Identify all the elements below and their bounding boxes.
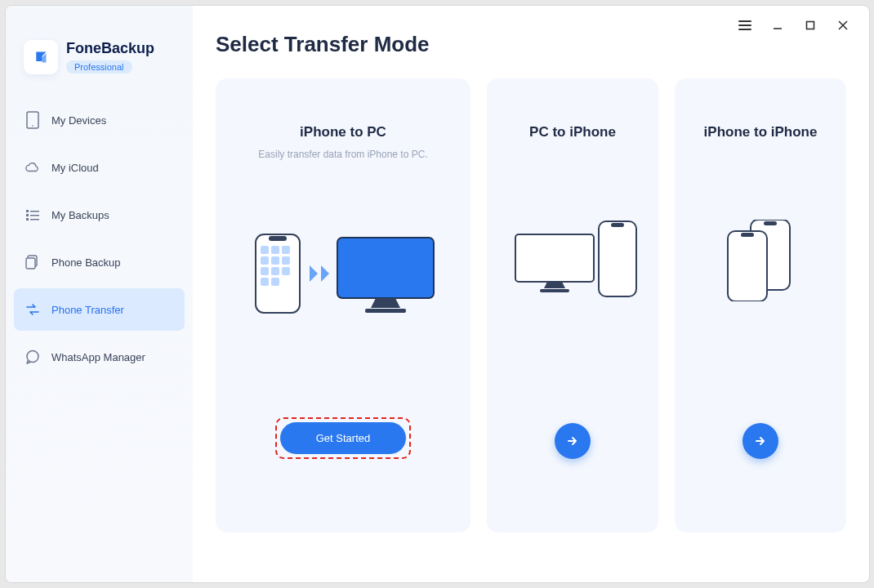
sidebar-item-label: My iCloud [51, 162, 99, 174]
transfer-icon [25, 302, 40, 317]
minimize-button[interactable] [761, 12, 794, 38]
svg-rect-22 [282, 246, 290, 254]
device-icon [25, 113, 40, 127]
close-button[interactable] [827, 12, 859, 38]
chat-icon [25, 350, 40, 364]
svg-rect-11 [26, 214, 29, 216]
sidebar-item-label: Phone Transfer [51, 304, 124, 316]
hamburger-icon [738, 20, 751, 31]
svg-rect-26 [261, 267, 269, 275]
maximize-icon [805, 20, 815, 30]
sidebar-item-label: My Devices [51, 114, 106, 127]
svg-rect-30 [271, 278, 279, 286]
brand-badge: Professional [66, 60, 132, 74]
sidebar-nav: My Devices My iCloud My Backups Phone Ba… [14, 99, 185, 378]
pc-to-iphone-illustration-icon [507, 216, 638, 305]
svg-rect-36 [611, 223, 624, 227]
svg-rect-20 [261, 246, 269, 254]
sidebar-item-label: WhatsApp Manager [51, 351, 145, 363]
card-title: iPhone to PC [300, 124, 386, 140]
svg-rect-28 [282, 267, 290, 275]
card-pc-to-iphone[interactable]: PC to iPhone [487, 78, 658, 532]
close-icon [838, 20, 848, 30]
stack-icon [25, 255, 40, 270]
card-iphone-to-pc: iPhone to PC Easily transfer data from i… [216, 78, 470, 532]
svg-point-17 [27, 351, 38, 363]
arrow-right-icon [566, 434, 579, 448]
list-icon [25, 207, 40, 222]
svg-rect-33 [515, 234, 594, 282]
svg-rect-24 [271, 256, 279, 265]
window-controls [729, 12, 859, 38]
svg-rect-32 [365, 309, 406, 313]
svg-rect-27 [271, 267, 279, 275]
sidebar-item-my-devices[interactable]: My Devices [14, 99, 185, 141]
svg-rect-29 [261, 278, 269, 286]
svg-rect-12 [30, 215, 39, 216]
svg-rect-25 [282, 256, 290, 265]
main-content: Select Transfer Mode iPhone to PC Easily… [193, 6, 869, 582]
menu-button[interactable] [729, 12, 761, 38]
app-logo-icon [24, 40, 58, 74]
highlight-outline: Get Started [275, 417, 411, 459]
svg-rect-39 [728, 231, 767, 301]
sidebar: FoneBackup Professional My Devices My iC… [6, 6, 193, 582]
iphone-to-pc-illustration-icon [249, 229, 437, 318]
sidebar-item-label: Phone Backup [51, 256, 121, 269]
svg-rect-16 [26, 258, 35, 269]
arrow-right-icon [754, 434, 767, 448]
svg-rect-19 [269, 236, 287, 241]
sidebar-item-whatsapp-manager[interactable]: WhatsApp Manager [14, 336, 185, 378]
sidebar-item-label: My Backups [51, 209, 109, 221]
svg-rect-38 [764, 221, 777, 225]
brand: FoneBackup Professional [14, 25, 185, 94]
svg-rect-23 [261, 256, 269, 265]
transfer-mode-cards: iPhone to PC Easily transfer data from i… [216, 78, 846, 559]
sidebar-item-phone-transfer[interactable]: Phone Transfer [14, 288, 185, 331]
svg-rect-4 [807, 22, 814, 29]
sidebar-item-my-icloud[interactable]: My iCloud [14, 146, 185, 189]
iphone-to-iphone-illustration-icon [711, 216, 809, 305]
svg-rect-31 [337, 238, 434, 298]
cloud-icon [25, 160, 40, 175]
svg-rect-10 [30, 211, 39, 212]
next-button[interactable] [555, 423, 591, 459]
svg-point-8 [32, 125, 33, 127]
sidebar-item-my-backups[interactable]: My Backups [14, 194, 185, 236]
card-title: PC to iPhone [529, 124, 616, 140]
sidebar-item-phone-backup[interactable]: Phone Backup [14, 241, 185, 283]
svg-rect-9 [26, 210, 29, 212]
get-started-button[interactable]: Get Started [280, 422, 406, 454]
svg-rect-35 [599, 221, 636, 296]
maximize-button[interactable] [794, 12, 827, 38]
svg-rect-14 [30, 219, 39, 220]
svg-rect-21 [271, 246, 279, 254]
svg-rect-40 [741, 233, 754, 237]
next-button[interactable] [742, 423, 778, 459]
brand-title: FoneBackup [66, 40, 154, 57]
minimize-icon [773, 20, 783, 30]
app-window: FoneBackup Professional My Devices My iC… [5, 5, 870, 583]
card-iphone-to-iphone[interactable]: iPhone to iPhone [675, 78, 846, 532]
card-title: iPhone to iPhone [704, 124, 818, 140]
svg-rect-34 [540, 289, 569, 292]
card-subtitle: Easily transfer data from iPhone to PC. [258, 149, 427, 160]
svg-rect-13 [26, 218, 29, 220]
